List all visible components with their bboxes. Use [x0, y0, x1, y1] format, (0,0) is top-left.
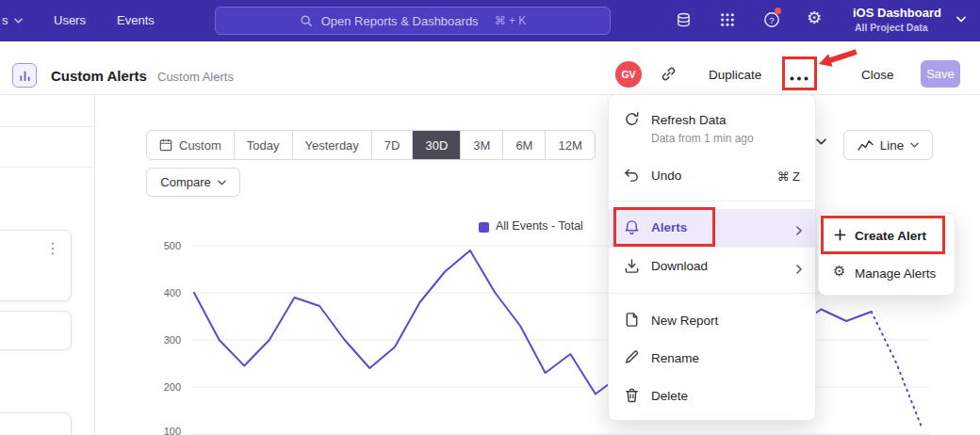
chart-type-label: Line — [880, 138, 905, 153]
refresh-icon — [624, 111, 640, 130]
chevron-down-icon — [218, 180, 226, 185]
nav-item-events[interactable]: Events — [117, 13, 155, 27]
chevron-down-icon[interactable] — [816, 138, 826, 145]
search-shortcut-hint: ⌘ + K — [495, 14, 527, 27]
date-range-segmented-control: Custom Today Yesterday 7D 30D 3M 6M 12M — [146, 130, 596, 160]
line-chart-icon — [858, 139, 874, 152]
menu-item-refresh-sublabel: Data from 1 min ago — [651, 132, 754, 145]
chevron-right-icon — [796, 222, 802, 239]
date-range-label: Today — [247, 138, 280, 153]
date-range-6m[interactable]: 6M — [502, 131, 545, 159]
date-range-3m[interactable]: 3M — [460, 131, 502, 159]
project-title[interactable]: iOS Dashboard — [853, 6, 941, 20]
search-input[interactable]: Open Reports & Dashboards ⌘ + K — [215, 7, 611, 35]
search-placeholder: Open Reports & Dashboards — [321, 14, 479, 28]
chevron-down-icon — [14, 18, 23, 24]
annotation-box-create-alert — [821, 216, 945, 254]
avatar[interactable]: GV — [615, 61, 642, 88]
date-range-label: Yesterday — [305, 138, 359, 153]
svg-text:?: ? — [769, 15, 774, 25]
date-range-custom[interactable]: Custom — [147, 131, 234, 159]
apps-grid-icon[interactable] — [720, 12, 735, 30]
app-screen: 500 400 300 200 100 All Events - Total ⋮… — [0, 0, 980, 435]
menu-item-new-report[interactable]: New Report — [651, 314, 718, 328]
sidebar-list-separator — [0, 167, 94, 168]
annotation-box-alerts-item — [613, 207, 715, 247]
top-nav-bar: s Users Events Open Reports & Dashboards… — [0, 0, 980, 41]
download-icon — [624, 258, 640, 277]
help-icon[interactable]: ? — [763, 11, 780, 31]
date-range-7d[interactable]: 7D — [371, 131, 413, 159]
date-range-30d-selected[interactable]: 30D — [412, 131, 460, 159]
nav-item-users[interactable]: Users — [54, 13, 86, 27]
chart-type-selector[interactable]: Line — [843, 130, 933, 160]
y-axis-tick: 300 — [149, 334, 181, 346]
data-management-icon[interactable] — [676, 12, 692, 31]
y-axis-tick: 400 — [149, 287, 181, 298]
date-range-12m[interactable]: 12M — [545, 131, 594, 159]
chevron-right-icon — [796, 261, 802, 278]
page-title: Custom Alerts — [51, 68, 147, 84]
date-range-label: 30D — [425, 138, 448, 153]
more-options-menu: Refresh Data Data from 1 min ago Undo ⌘ … — [608, 94, 816, 421]
undo-shortcut: ⌘ Z — [776, 169, 800, 184]
menu-divider — [609, 293, 815, 294]
date-range-yesterday[interactable]: Yesterday — [292, 131, 371, 159]
sidebar-card[interactable] — [0, 311, 72, 350]
kebab-menu-icon[interactable]: ⋮ — [45, 241, 60, 256]
undo-icon — [624, 169, 640, 185]
legend-color-swatch — [479, 222, 489, 233]
sidebar-list-separator — [0, 126, 94, 127]
y-axis-tick: 500 — [149, 240, 181, 251]
date-range-label: 12M — [558, 138, 581, 153]
compare-label: Compare — [160, 175, 210, 189]
report-type-icon — [12, 63, 37, 88]
y-axis-tick: 200 — [149, 381, 181, 393]
menu-divider — [609, 201, 815, 201]
sidebar-card[interactable] — [0, 412, 72, 435]
sidebar-card[interactable] — [0, 230, 72, 301]
menu-item-refresh-data[interactable]: Refresh Data — [651, 113, 727, 127]
delete-trash-icon — [624, 387, 640, 406]
search-icon — [300, 14, 313, 27]
breadcrumb: Custom Alerts — [157, 70, 234, 84]
date-range-today[interactable]: Today — [234, 131, 292, 159]
date-range-label: 6M — [515, 138, 532, 153]
menu-item-download[interactable]: Download — [651, 259, 708, 273]
save-button[interactable]: Save — [921, 60, 960, 88]
settings-gear-icon[interactable]: ⚙ — [807, 9, 822, 26]
y-axis-tick: 100 — [149, 426, 181, 435]
calendar-icon — [159, 138, 172, 152]
chevron-down-icon — [910, 142, 919, 148]
chevron-down-icon[interactable] — [956, 16, 966, 23]
notification-dot — [775, 8, 781, 14]
menu-item-rename[interactable]: Rename — [651, 351, 699, 365]
project-subtitle: All Project Data — [855, 22, 928, 33]
rename-pencil-icon — [624, 349, 640, 368]
compare-button[interactable]: Compare — [146, 168, 240, 197]
menu-item-undo[interactable]: Undo — [651, 169, 681, 183]
close-button[interactable]: Close — [861, 68, 894, 82]
sidebar-divider — [94, 95, 95, 435]
annotation-box-more-button — [782, 56, 817, 90]
menu-item-delete[interactable]: Delete — [651, 389, 688, 403]
legend-series-label[interactable]: All Events - Total — [496, 219, 583, 233]
new-report-icon — [624, 312, 640, 330]
date-range-label: 7D — [384, 138, 400, 153]
report-header — [0, 41, 980, 95]
copy-link-icon[interactable] — [661, 66, 677, 86]
nav-item-partial[interactable]: s — [2, 13, 8, 27]
date-range-label: Custom — [179, 138, 221, 153]
manage-alerts-gear-icon: ⚙ — [833, 264, 845, 278]
date-range-label: 3M — [473, 138, 490, 153]
submenu-item-manage-alerts[interactable]: Manage Alerts — [855, 266, 936, 281]
duplicate-button[interactable]: Duplicate — [709, 68, 761, 82]
